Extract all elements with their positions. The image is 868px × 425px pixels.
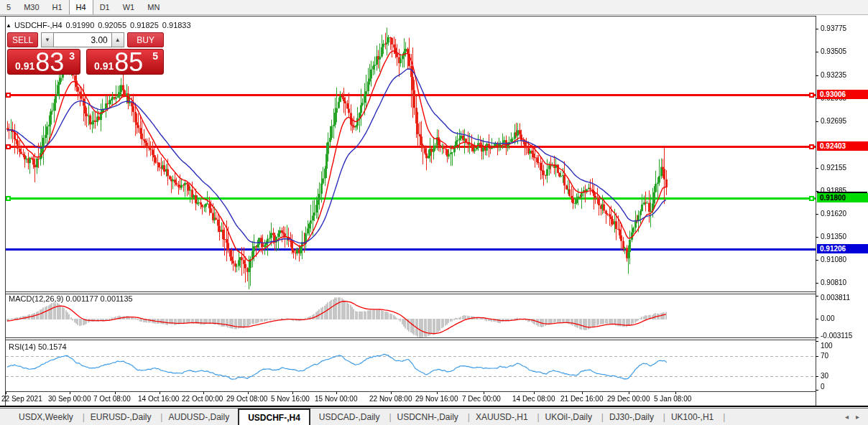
buy-price-prefix: 0.91 <box>94 60 114 72</box>
trading-platform-window: 5M30H1H4D1W1MN ▲USDCHF-,H40.919900.92055… <box>0 0 868 425</box>
chart-tab-dj30-daily[interactable]: DJ30-,Daily <box>601 408 662 425</box>
timeframe-button-m30[interactable]: M30 <box>17 0 45 14</box>
timeframe-toolbar: 5M30H1H4D1W1MN <box>0 0 868 15</box>
volume-increase-button[interactable]: ▲ <box>111 32 124 47</box>
timeframe-button-d1[interactable]: D1 <box>93 0 116 14</box>
buy-price-box[interactable]: 0.91 85 5 <box>86 49 164 75</box>
sell-price-prefix: 0.91 <box>15 60 34 72</box>
chart-tab-ukoil-daily[interactable]: UKOil-,Daily <box>537 408 601 425</box>
timeframe-button-5[interactable]: 5 <box>0 0 17 14</box>
sell-price-box[interactable]: 0.91 83 3 <box>7 49 80 75</box>
sell-price-big: 83 <box>35 51 64 74</box>
timeframe-button-h1[interactable]: H1 <box>46 0 69 14</box>
sell-button[interactable]: SELL <box>7 32 38 47</box>
buy-button[interactable]: BUY <box>127 32 164 47</box>
chart-tab-audusd-daily[interactable]: AUDUSD-,Daily <box>160 408 238 425</box>
chart-tab-usdchf-h4[interactable]: USDCHF-,H4 <box>238 408 310 425</box>
chart-tab-eurusd-daily[interactable]: EURUSD-,Daily <box>82 408 160 425</box>
chart-tab-xauusd-h1[interactable]: XAUUSD-,H1 <box>467 408 537 425</box>
chart-tab-usdcnh-daily[interactable]: USDCNH-,Daily <box>389 408 467 425</box>
chart-tab-usdcad-daily[interactable]: USDCAD-,Daily <box>310 408 389 425</box>
timeframe-button-h4[interactable]: H4 <box>69 0 93 14</box>
chart-tab-usdx-weekly[interactable]: USDX,Weekly <box>10 408 82 425</box>
one-click-trading-panel: SELL ▼ ▲ BUY 0.91 83 3 0.91 85 5 <box>7 32 164 75</box>
timeframe-button-w1[interactable]: W1 <box>116 0 142 14</box>
sell-price-pip: 3 <box>69 50 75 62</box>
tab-scroll-right-icon[interactable]: ▸ <box>856 413 859 421</box>
tab-scroll-left-icon[interactable]: ◂ <box>845 413 849 421</box>
chart-tab-bar: USDX,WeeklyEURUSD-,DailyAUDUSD-,DailyUSD… <box>0 408 868 425</box>
volume-decrease-button[interactable]: ▼ <box>41 32 54 47</box>
buy-price-big: 85 <box>114 51 143 74</box>
volume-input[interactable] <box>54 32 111 47</box>
timeframe-button-mn[interactable]: MN <box>141 0 166 14</box>
buy-price-pip: 5 <box>152 50 158 62</box>
chart-tab-uk100-h1[interactable]: UK100-,H1 <box>662 408 722 425</box>
